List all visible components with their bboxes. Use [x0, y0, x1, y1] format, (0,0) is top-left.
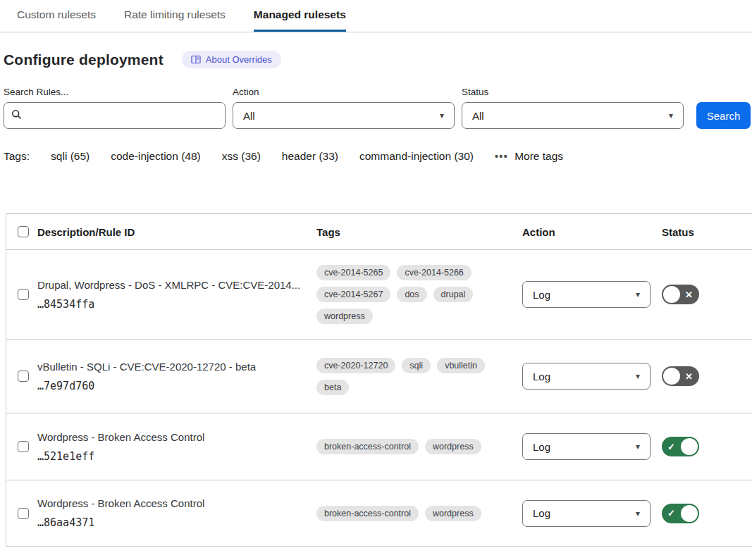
table-row: Wordpress - Broken Access Control …86aa4… [6, 480, 752, 547]
toggle-knob [663, 286, 680, 303]
rule-action-select[interactable]: Log ▾ [522, 281, 651, 308]
rule-description-cell: Wordpress - Broken Access Control …86aa4… [37, 487, 312, 539]
rule-status-toggle[interactable]: ✕ [662, 285, 699, 304]
rule-status-toggle[interactable]: ✓ [662, 504, 699, 523]
action-filter-select[interactable]: All ▾ [233, 102, 455, 129]
tag-link-xss[interactable]: xss (36) [222, 150, 261, 163]
toggle-state-icon: ✓ [667, 442, 675, 452]
rule-description-cell: Drupal, Wordpress - DoS - XMLRPC - CVE:C… [37, 269, 312, 321]
rule-id: …84534ffa [37, 298, 312, 311]
toggle-knob [681, 438, 698, 455]
tab-rate-limiting-rulesets[interactable]: Rate limiting rulesets [124, 8, 226, 32]
chevron-down-icon: ▾ [636, 442, 640, 452]
rule-action-value: Log [533, 289, 550, 301]
managed-rules-table: Description/Rule ID Tags Action Status D… [6, 213, 752, 547]
rule-action-select[interactable]: Log ▾ [522, 500, 651, 527]
search-icon [11, 109, 22, 123]
tag-pill: wordpress [425, 506, 481, 521]
rule-status-toggle[interactable]: ✕ [662, 366, 699, 386]
tag-pill: cve-2014-5267 [316, 287, 390, 302]
rule-action-value: Log [533, 507, 550, 519]
row-checkbox[interactable] [18, 289, 29, 300]
rule-description: Wordpress - Broken Access Control [37, 497, 312, 509]
about-overrides-link[interactable]: About Overrides [182, 51, 281, 68]
tag-pill: wordpress [316, 309, 373, 324]
rule-tags: cve-2014-5265cve-2014-5266cve-2014-5267d… [312, 265, 488, 324]
ellipsis-icon: ••• [495, 151, 508, 162]
tag-pill: sqli [402, 358, 431, 373]
toggle-knob [663, 368, 680, 385]
table-row: Drupal, Wordpress - DoS - XMLRPC - CVE:C… [6, 250, 752, 340]
tab-managed-rulesets[interactable]: Managed rulesets [254, 8, 346, 32]
search-button[interactable]: Search [696, 102, 751, 129]
rule-id: …7e97d760 [37, 380, 312, 392]
tag-link-code-injection[interactable]: code-injection (48) [111, 150, 201, 163]
tab-custom-rulesets[interactable]: Custom rulesets [17, 8, 96, 32]
tag-pill: dos [397, 287, 426, 302]
tag-pill: beta [316, 380, 349, 395]
rule-tags: broken-access-controlwordpress [312, 439, 488, 454]
select-all-checkbox[interactable] [18, 226, 29, 237]
tag-pill: vbulletin [437, 358, 485, 373]
tag-link-header[interactable]: header (33) [282, 150, 338, 163]
tab-bar: Custom rulesets Rate limiting rulesets M… [0, 0, 752, 32]
rule-action-value: Log [533, 371, 550, 382]
search-rules-label: Search Rules... [4, 87, 226, 97]
search-rules-input[interactable] [27, 110, 218, 122]
rule-action-select[interactable]: Log ▾ [522, 433, 651, 460]
chevron-down-icon: ▾ [440, 111, 444, 120]
table-row: vBulletin - SQLi - CVE:CVE-2020-12720 - … [6, 340, 752, 413]
more-tags-label: More tags [514, 150, 563, 163]
tag-pill: wordpress [425, 439, 481, 454]
col-tags: Tags [312, 226, 518, 238]
col-action: Action [518, 226, 658, 238]
rule-action-value: Log [533, 441, 550, 453]
table-header-row: Description/Rule ID Tags Action Status [6, 214, 752, 250]
tag-pill: cve-2014-5266 [397, 265, 471, 280]
rule-description-cell: Wordpress - Broken Access Control …521e1… [37, 421, 312, 473]
more-tags-button[interactable]: ••• More tags [495, 150, 563, 163]
col-status: Status [658, 226, 752, 238]
tags-bar: Tags: sqli (65) code-injection (48) xss … [4, 150, 752, 163]
tag-link-command-injection[interactable]: command-injection (30) [359, 150, 474, 163]
page-title: Configure deployment [4, 51, 164, 68]
toggle-state-icon: ✕ [685, 290, 693, 299]
filter-bar: Search Rules... Action All ▾ Status All … [4, 87, 751, 129]
tag-pill: cve-2020-12720 [316, 358, 395, 373]
toggle-knob [681, 505, 698, 522]
status-filter-select[interactable]: All ▾ [462, 102, 684, 129]
rule-tags: broken-access-controlwordpress [312, 506, 488, 521]
rule-description: Drupal, Wordpress - DoS - XMLRPC - CVE:C… [37, 279, 312, 291]
tags-label: Tags: [4, 150, 30, 163]
chevron-down-icon: ▾ [636, 290, 640, 299]
row-checkbox[interactable] [18, 441, 29, 452]
book-icon [191, 55, 201, 64]
tag-link-sqli[interactable]: sqli (65) [51, 150, 90, 163]
row-checkbox[interactable] [18, 508, 29, 519]
rule-description: vBulletin - SQLi - CVE:CVE-2020-12720 - … [37, 361, 312, 373]
toggle-state-icon: ✕ [685, 372, 693, 381]
chevron-down-icon: ▾ [669, 111, 673, 120]
about-overrides-label: About Overrides [206, 54, 272, 65]
chevron-down-icon: ▾ [636, 509, 640, 518]
action-filter-value: All [243, 110, 255, 122]
action-filter-label: Action [233, 87, 455, 97]
status-filter-label: Status [462, 87, 684, 97]
rule-id: …521e1eff [37, 450, 312, 463]
rule-action-select[interactable]: Log ▾ [522, 363, 651, 390]
rule-tags: cve-2020-12720sqlivbulletinbeta [312, 358, 488, 395]
rule-description-cell: vBulletin - SQLi - CVE:CVE-2020-12720 - … [37, 351, 312, 402]
table-row: Wordpress - Broken Access Control …521e1… [6, 413, 752, 480]
chevron-down-icon: ▾ [636, 371, 640, 381]
tag-pill: drupal [433, 287, 474, 302]
rule-status-toggle[interactable]: ✓ [662, 437, 699, 456]
row-checkbox[interactable] [18, 371, 29, 382]
status-filter-value: All [472, 110, 484, 122]
rule-id: …86aa4371 [37, 516, 312, 529]
col-description-rule-id: Description/Rule ID [37, 226, 312, 238]
tag-pill: broken-access-control [316, 506, 419, 521]
tag-pill: broken-access-control [316, 439, 419, 454]
search-input-wrap [4, 102, 226, 129]
rule-description: Wordpress - Broken Access Control [37, 431, 312, 443]
tag-pill: cve-2014-5265 [316, 265, 390, 280]
